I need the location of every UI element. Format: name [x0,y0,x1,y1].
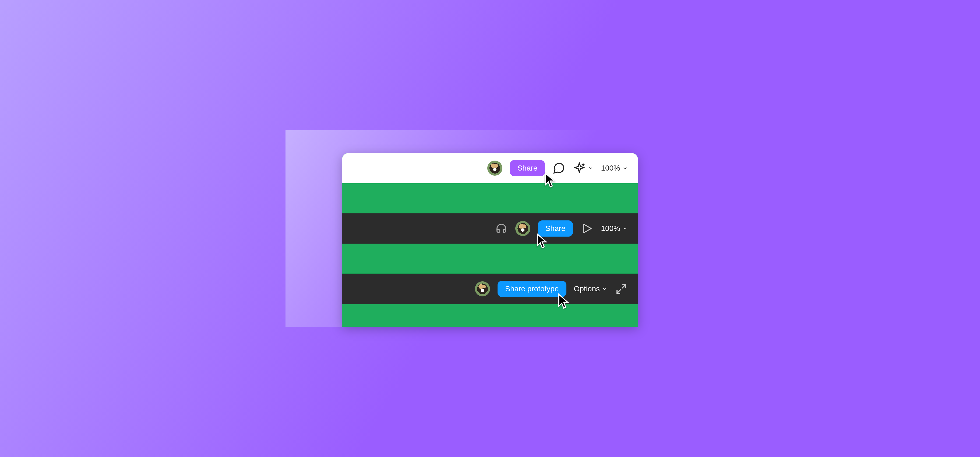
zoom-label: 100% [601,164,620,173]
canvas-band [342,304,638,327]
canvas-band [342,183,638,213]
toolbar-figjam-dark: Share 100% [342,213,638,244]
avatar[interactable] [487,161,503,176]
zoom-control[interactable]: 100% [601,224,628,233]
headphones-icon[interactable] [495,222,508,235]
toolbar-design-light: Share 100% [342,153,638,183]
sparkle-icon [573,162,586,174]
fullscreen-icon[interactable] [615,283,628,295]
share-prototype-label: Share prototype [505,284,558,293]
play-icon[interactable] [581,222,593,235]
share-button-label: Share [546,224,566,233]
ai-actions-button[interactable] [573,162,593,174]
share-button[interactable]: Share [538,221,573,236]
canvas-band [342,244,638,274]
share-button-label: Share [517,164,538,173]
options-label: Options [574,284,600,293]
share-button[interactable]: Share [510,160,545,176]
app-window: Share 100% [342,153,638,327]
options-dropdown[interactable]: Options [574,284,608,293]
illustration-stage: Share 100% [285,130,695,327]
avatar[interactable] [515,221,530,236]
avatar[interactable] [475,281,490,296]
share-prototype-button[interactable]: Share prototype [498,281,566,297]
zoom-label: 100% [601,224,620,233]
toolbar-prototype-dark: Share prototype Options [342,274,638,304]
zoom-control[interactable]: 100% [601,164,628,173]
comment-icon[interactable] [552,162,565,174]
